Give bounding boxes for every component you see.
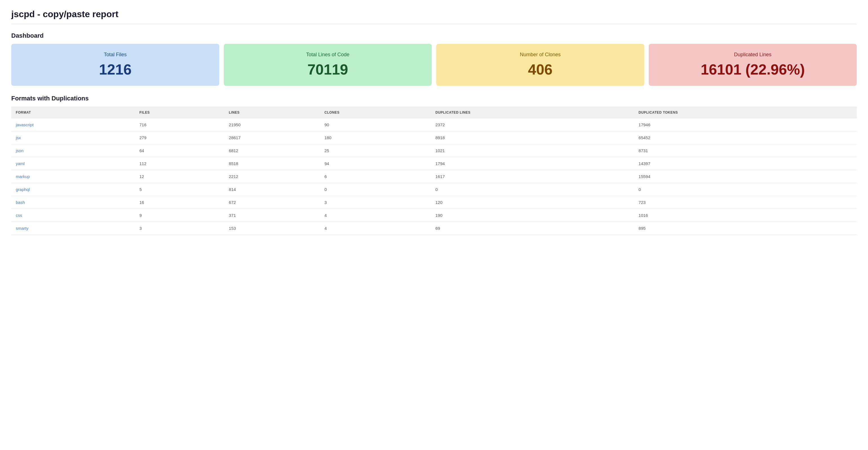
col-header-files: FILES [135, 106, 224, 119]
cell-files: 12 [135, 170, 224, 183]
cell-duplicated_tokens: 15594 [634, 170, 857, 183]
formats-table: FORMATFILESLINESCLONESDUPLICATED LINESDU… [11, 106, 857, 235]
table-header: FORMATFILESLINESCLONESDUPLICATED LINESDU… [11, 106, 857, 119]
table-row: smarty3153469895 [11, 222, 857, 235]
cell-duplicated_lines: 2372 [431, 119, 634, 131]
cell-duplicated_lines: 190 [431, 209, 634, 222]
col-header-lines: LINES [224, 106, 320, 119]
cell-clones: 4 [320, 222, 431, 235]
cell-duplicated_lines: 8918 [431, 131, 634, 144]
cell-clones: 90 [320, 119, 431, 131]
stat-label: Number of Clones [442, 52, 639, 58]
stat-value: 16101 (22.96%) [654, 61, 851, 78]
cell-lines: 28617 [224, 131, 320, 144]
format-link[interactable]: css [16, 213, 22, 218]
table-body: javascript7162195090237217946jsx27928617… [11, 119, 857, 235]
stat-label: Total Files [17, 52, 214, 58]
cell-duplicated_tokens: 65452 [634, 131, 857, 144]
cell-clones: 180 [320, 131, 431, 144]
formats-section-title: Formats with Duplications [11, 95, 857, 102]
format-link[interactable]: bash [16, 200, 25, 205]
cell-files: 9 [135, 209, 224, 222]
stat-card-total-files: Total Files1216 [11, 44, 219, 86]
cell-duplicated_lines: 69 [431, 222, 634, 235]
cell-lines: 2212 [224, 170, 320, 183]
col-header-duplicated-tokens: DUPLICATED TOKENS [634, 106, 857, 119]
cell-lines: 153 [224, 222, 320, 235]
cell-duplicated_lines: 1794 [431, 157, 634, 170]
table-row: yaml112851894179414397 [11, 157, 857, 170]
cell-format[interactable]: bash [11, 196, 135, 209]
cell-files: 5 [135, 183, 224, 196]
cell-clones: 3 [320, 196, 431, 209]
cell-lines: 8518 [224, 157, 320, 170]
cell-format[interactable]: json [11, 144, 135, 157]
table-row: markup1222126161715594 [11, 170, 857, 183]
cell-format[interactable]: markup [11, 170, 135, 183]
table-row: graphql5814000 [11, 183, 857, 196]
stats-grid: Total Files1216Total Lines of Code70119N… [11, 44, 857, 86]
format-link[interactable]: markup [16, 174, 30, 179]
cell-duplicated_tokens: 723 [634, 196, 857, 209]
table-row: javascript7162195090237217946 [11, 119, 857, 131]
format-link[interactable]: graphql [16, 187, 30, 192]
cell-duplicated_tokens: 14397 [634, 157, 857, 170]
cell-format[interactable]: smarty [11, 222, 135, 235]
cell-files: 279 [135, 131, 224, 144]
cell-files: 112 [135, 157, 224, 170]
cell-clones: 0 [320, 183, 431, 196]
stat-card-dup-lines: Duplicated Lines16101 (22.96%) [649, 44, 857, 86]
cell-lines: 672 [224, 196, 320, 209]
cell-duplicated_lines: 1021 [431, 144, 634, 157]
format-link[interactable]: javascript [16, 122, 33, 127]
page-title: jscpd - copy/paste report [11, 9, 857, 24]
cell-duplicated_lines: 1617 [431, 170, 634, 183]
format-link[interactable]: smarty [16, 226, 28, 231]
cell-format[interactable]: jsx [11, 131, 135, 144]
cell-files: 716 [135, 119, 224, 131]
dashboard-section-title: Dashboard [11, 32, 857, 39]
cell-lines: 6812 [224, 144, 320, 157]
table-row: css937141901016 [11, 209, 857, 222]
stat-label: Duplicated Lines [654, 52, 851, 58]
stat-label: Total Lines of Code [229, 52, 426, 58]
table-row: json6468122510218731 [11, 144, 857, 157]
format-link[interactable]: json [16, 148, 24, 153]
stat-card-num-clones: Number of Clones406 [436, 44, 644, 86]
stat-card-total-lines: Total Lines of Code70119 [224, 44, 432, 86]
cell-format[interactable]: yaml [11, 157, 135, 170]
col-header-duplicated-lines: DUPLICATED LINES [431, 106, 634, 119]
cell-files: 64 [135, 144, 224, 157]
cell-duplicated_tokens: 895 [634, 222, 857, 235]
format-link[interactable]: jsx [16, 135, 21, 140]
cell-format[interactable]: javascript [11, 119, 135, 131]
table-row: bash166723120723 [11, 196, 857, 209]
cell-lines: 814 [224, 183, 320, 196]
cell-lines: 21950 [224, 119, 320, 131]
cell-clones: 25 [320, 144, 431, 157]
cell-duplicated_tokens: 8731 [634, 144, 857, 157]
table-header-row: FORMATFILESLINESCLONESDUPLICATED LINESDU… [11, 106, 857, 119]
cell-duplicated_lines: 0 [431, 183, 634, 196]
cell-clones: 6 [320, 170, 431, 183]
stat-value: 70119 [229, 61, 426, 78]
cell-clones: 4 [320, 209, 431, 222]
cell-duplicated_tokens: 1016 [634, 209, 857, 222]
cell-duplicated_tokens: 17946 [634, 119, 857, 131]
cell-lines: 371 [224, 209, 320, 222]
stat-value: 1216 [17, 61, 214, 78]
cell-duplicated_tokens: 0 [634, 183, 857, 196]
cell-duplicated_lines: 120 [431, 196, 634, 209]
stat-value: 406 [442, 61, 639, 78]
cell-files: 3 [135, 222, 224, 235]
col-header-clones: CLONES [320, 106, 431, 119]
col-header-format: FORMAT [11, 106, 135, 119]
table-row: jsx27928617180891865452 [11, 131, 857, 144]
format-link[interactable]: yaml [16, 161, 25, 166]
cell-format[interactable]: css [11, 209, 135, 222]
cell-clones: 94 [320, 157, 431, 170]
cell-format[interactable]: graphql [11, 183, 135, 196]
cell-files: 16 [135, 196, 224, 209]
